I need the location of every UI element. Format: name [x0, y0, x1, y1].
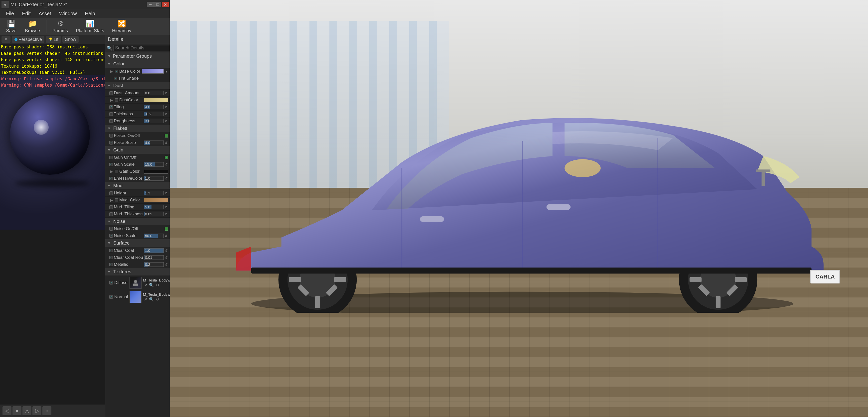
gain-toggle[interactable]	[165, 156, 168, 159]
clear-coat-rough-slider[interactable]: 0.01	[144, 255, 164, 260]
clear-coat-reset[interactable]: ↺	[165, 249, 168, 253]
base-color-swatch[interactable]	[142, 69, 164, 74]
browse-button[interactable]: 📁 Browse	[22, 19, 43, 34]
thickness-slider[interactable]: -0.2	[144, 112, 164, 116]
menu-window[interactable]: Window	[55, 10, 81, 18]
thickness-checkbox[interactable]	[109, 112, 113, 116]
normal-reset-btn[interactable]: ↺	[155, 297, 160, 302]
group-dust[interactable]: ▼ Dust	[105, 82, 170, 90]
close-button[interactable]: ✕	[162, 2, 169, 7]
tiling-reset[interactable]: ↺	[165, 105, 168, 109]
roughness-reset[interactable]: ↺	[165, 119, 168, 123]
group-color[interactable]: ▼ Color	[105, 60, 170, 68]
noise-toggle[interactable]	[165, 227, 168, 231]
flakes-onoff-checkbox[interactable]	[109, 134, 113, 137]
dust-color-swatch[interactable]	[144, 98, 168, 102]
gain-scale-reset[interactable]: ↺	[165, 162, 168, 166]
flake-scale-checkbox[interactable]	[109, 141, 113, 145]
emessive-slider[interactable]: 1.0	[144, 176, 164, 181]
mud-tiling-slider[interactable]: 5.0	[144, 205, 164, 210]
metallic-checkbox[interactable]	[109, 263, 113, 266]
mud-color-checkbox[interactable]	[115, 198, 118, 202]
menu-file[interactable]: File	[2, 10, 18, 18]
gain-scale-checkbox[interactable]	[109, 163, 113, 166]
dust-color-expand[interactable]: ▶	[110, 98, 114, 102]
mud-thickness-checkbox[interactable]	[109, 212, 113, 216]
normal-checkbox[interactable]	[109, 295, 113, 299]
tiling-slider[interactable]: 4.0	[144, 105, 164, 109]
base-color-checkbox[interactable]	[115, 70, 118, 73]
nav-circle[interactable]: ○	[42, 406, 52, 415]
save-button[interactable]: 💾 Save	[2, 19, 20, 34]
param-groups-header[interactable]: ▼ Parameter Groups	[105, 53, 170, 60]
height-checkbox[interactable]	[109, 191, 113, 195]
group-mud[interactable]: ▼ Mud	[105, 182, 170, 190]
mud-thickness-slider[interactable]: 0.02	[144, 212, 164, 216]
gain-color-checkbox[interactable]	[115, 170, 118, 173]
viewport-dropdown[interactable]: ▼	[1, 36, 10, 43]
group-gain[interactable]: ▼ Gain	[105, 146, 170, 154]
mud-thickness-reset[interactable]: ↺	[165, 212, 168, 216]
params-button[interactable]: ⚙ Params	[50, 19, 71, 34]
group-textures[interactable]: ▼ Textures	[105, 268, 170, 276]
gain-scale-slider[interactable]: 15.0	[144, 162, 164, 167]
group-noise[interactable]: ▼ Noise	[105, 218, 170, 225]
flakes-toggle[interactable]	[165, 134, 168, 137]
tint-shade-checkbox[interactable]	[114, 76, 117, 80]
platform-stats-button[interactable]: 📊 Platform Stats	[73, 19, 107, 34]
gain-color-swatch[interactable]	[144, 169, 168, 174]
menu-help[interactable]: Help	[81, 10, 99, 18]
noise-scale-checkbox[interactable]	[109, 234, 113, 237]
thickness-reset[interactable]: ↺	[165, 112, 168, 116]
flake-scale-reset[interactable]: ↺	[165, 141, 168, 145]
nav-home[interactable]: ●	[12, 406, 22, 415]
mud-tiling-reset[interactable]: ↺	[165, 205, 168, 209]
dust-color-checkbox[interactable]	[115, 98, 118, 102]
noise-onoff-checkbox[interactable]	[109, 227, 113, 231]
normal-use-btn[interactable]: ↗	[143, 297, 148, 302]
base-color-arrow[interactable]: ▼	[165, 69, 168, 73]
dust-amount-reset[interactable]: ↺	[165, 91, 168, 95]
hierarchy-button[interactable]: 🔀 Hierarchy	[109, 19, 134, 34]
metallic-slider[interactable]: 0.2	[144, 262, 164, 267]
maximize-button[interactable]: □	[154, 2, 161, 7]
noise-scale-reset[interactable]: ↺	[165, 234, 168, 238]
clear-coat-checkbox[interactable]	[109, 249, 113, 252]
clear-coat-rough-reset[interactable]: ↺	[165, 256, 168, 260]
height-reset[interactable]: ↺	[165, 191, 168, 195]
emessive-checkbox[interactable]	[109, 177, 113, 180]
diffuse-checkbox[interactable]	[109, 281, 113, 285]
gain-color-expand[interactable]: ▶	[110, 169, 114, 173]
menu-edit[interactable]: Edit	[18, 10, 34, 18]
menu-asset[interactable]: Asset	[35, 10, 55, 18]
tiling-checkbox[interactable]	[109, 105, 113, 109]
roughness-slider[interactable]: 3.0	[144, 119, 164, 123]
normal-browse-btn[interactable]: 🔍	[149, 297, 154, 302]
base-color-expand[interactable]: ▶	[110, 69, 114, 73]
group-flakes[interactable]: ▼ Flakes	[105, 125, 170, 132]
group-surface[interactable]: ▼ Surface	[105, 239, 170, 247]
diffuse-thumb[interactable]	[129, 277, 142, 289]
nav-forward[interactable]: ▷	[32, 406, 41, 415]
mud-color-expand[interactable]: ▶	[110, 198, 114, 202]
search-input[interactable]	[113, 45, 170, 51]
normal-thumb[interactable]	[129, 291, 142, 303]
dust-amount-checkbox[interactable]	[109, 91, 113, 95]
diffuse-reset-btn[interactable]: ↺	[155, 283, 160, 288]
perspective-button[interactable]: Perspective	[12, 36, 44, 43]
nav-camera[interactable]: △	[23, 406, 31, 415]
roughness-checkbox[interactable]	[109, 119, 113, 123]
lit-button[interactable]: 💡 Lit	[46, 36, 61, 43]
minimize-button[interactable]: ─	[147, 2, 154, 7]
gain-onoff-checkbox[interactable]	[109, 156, 113, 159]
mud-color-swatch[interactable]	[144, 198, 168, 202]
metallic-reset[interactable]: ↺	[165, 262, 168, 266]
show-button[interactable]: Show	[62, 36, 79, 43]
diffuse-use-btn[interactable]: ↗	[143, 283, 148, 288]
emessive-reset[interactable]: ↺	[165, 177, 168, 181]
dust-amount-slider[interactable]: 0.0	[144, 91, 164, 95]
main-viewport[interactable]: T CARLA	[170, 0, 868, 417]
flake-scale-slider[interactable]: 4.0	[144, 140, 164, 145]
diffuse-browse-btn[interactable]: 🔍	[149, 283, 154, 288]
mud-tiling-checkbox[interactable]	[109, 205, 113, 209]
